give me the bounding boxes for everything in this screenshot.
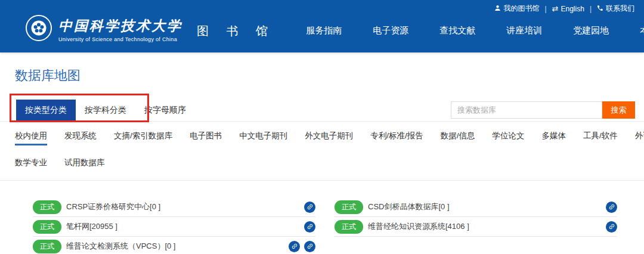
library-title: 图 书 馆: [197, 23, 275, 39]
tab-by-alphabet[interactable]: 按字母顺序: [135, 100, 195, 121]
category-multimedia[interactable]: 多媒体: [542, 122, 566, 148]
contact-label: 联系我们: [606, 4, 634, 14]
main-nav: 服务指南 电子资源 查找文献 讲座培训 党建园地 本馆概况: [275, 20, 644, 41]
database-link-crsp[interactable]: CRSP证券价格研究中心[0 ]: [66, 202, 160, 212]
database-link-bigan[interactable]: 笔杆网[20955 ]: [66, 221, 117, 232]
search-input[interactable]: [451, 101, 602, 119]
database-link-csd[interactable]: CSD剑桥晶体数据库[0 ]: [368, 202, 450, 212]
category-language-exam[interactable]: 外语/考试/教辅: [635, 122, 644, 148]
language-label: English: [561, 5, 584, 13]
language-switch-link[interactable]: ⇄ English: [552, 5, 584, 13]
phone-icon: [597, 5, 603, 13]
category-chinese-ejournals[interactable]: 中文电子期刊: [239, 122, 287, 148]
category-patent-standard-report[interactable]: 专利/标准/报告: [370, 122, 423, 148]
category-data-info[interactable]: 数据/信息: [441, 122, 475, 148]
university-en-name: University of Science and Technology of …: [58, 36, 182, 42]
link-icons: [606, 221, 617, 233]
link-icon[interactable]: [289, 241, 300, 252]
nav-item-find-literature[interactable]: 查找文献: [439, 20, 475, 41]
tab-by-subject[interactable]: 按学科分类: [76, 100, 135, 121]
category-tools-software[interactable]: 工具/软件: [583, 122, 618, 148]
category-math-major[interactable]: 数学专业: [15, 148, 47, 175]
nav-item-lectures[interactable]: 讲座培训: [506, 20, 542, 41]
status-badge: 正式: [33, 220, 61, 234]
database-row-bigan: 正式 笔杆网[20955 ]: [33, 217, 315, 237]
classification-tabs: 按类型分类 按学科分类 按字母顺序: [16, 100, 195, 121]
category-foreign-ejournals[interactable]: 外文电子期刊: [305, 122, 353, 148]
status-badge: 正式: [335, 200, 363, 214]
category-ebooks[interactable]: 电子图书: [190, 122, 222, 148]
database-list: 正式 CRSP证券价格研究中心[0 ] 正式 CSD剑桥晶体数据库[0 ] 正式…: [0, 181, 644, 254]
link-icon[interactable]: [304, 241, 315, 252]
database-row-vpcs: 正式 维普论文检测系统（VPCS）[0 ]: [33, 237, 315, 254]
category-row-2: 数学专业 试用数据库: [15, 148, 629, 175]
link-icons: [304, 202, 315, 213]
separator: |: [590, 5, 592, 13]
header-top-links: 我的图书馆 | ⇄ English | 联系我们: [494, 4, 634, 14]
database-link-vip-jinglun[interactable]: 维普经纶知识资源系统[4106 ]: [368, 221, 469, 232]
link-icons: [606, 202, 617, 213]
link-icon[interactable]: [304, 202, 315, 213]
category-tabs: 校内使用 发现系统 文摘/索引数据库 电子图书 中文电子期刊 外文电子期刊 专利…: [0, 122, 644, 181]
my-library-label: 我的图书馆: [503, 4, 539, 14]
university-emblem-logo: [25, 14, 52, 44]
link-icon[interactable]: [606, 221, 617, 233]
category-row-1: 校内使用 发现系统 文摘/索引数据库 电子图书 中文电子期刊 外文电子期刊 专利…: [15, 122, 629, 148]
link-icons: [304, 221, 315, 233]
database-row-crsp: 正式 CRSP证券价格研究中心[0 ]: [33, 197, 315, 217]
link-icon[interactable]: [304, 221, 315, 233]
database-row-vip-jinglun: 正式 维普经纶知识资源系统[4106 ]: [335, 217, 617, 237]
contact-link[interactable]: 联系我们: [597, 4, 634, 14]
category-theses[interactable]: 学位论文: [493, 122, 525, 148]
user-icon: [494, 5, 501, 13]
tab-by-type[interactable]: 按类型分类: [16, 100, 76, 121]
nav-item-e-resources[interactable]: 电子资源: [373, 20, 408, 41]
nav-item-about[interactable]: 本馆概况: [640, 20, 644, 41]
nav-item-service-guide[interactable]: 服务指南: [306, 20, 342, 41]
database-link-vpcs[interactable]: 维普论文检测系统（VPCS）[0 ]: [66, 241, 175, 252]
toolbar: 按类型分类 按学科分类 按字母顺序 搜索: [0, 99, 644, 122]
category-discovery-system[interactable]: 发现系统: [64, 122, 97, 148]
link-icons: [289, 241, 315, 252]
university-name: 中国科学技术大学 University of Science and Techn…: [58, 17, 182, 42]
page-title: 数据库地图: [15, 67, 644, 85]
nav-item-party-building[interactable]: 党建园地: [573, 20, 609, 41]
database-search: 搜索: [451, 101, 635, 119]
separator: |: [544, 5, 546, 13]
status-badge: 正式: [335, 220, 363, 234]
status-badge: 正式: [33, 200, 61, 214]
university-cn-name: 中国科学技术大学: [58, 17, 182, 35]
category-campus-use[interactable]: 校内使用: [15, 122, 47, 148]
site-header: 我的图书馆 | ⇄ English | 联系我们: [0, 0, 644, 52]
category-trial-databases[interactable]: 试用数据库: [64, 148, 105, 175]
search-button[interactable]: 搜索: [602, 101, 635, 119]
database-row-csd: 正式 CSD剑桥晶体数据库[0 ]: [335, 197, 617, 217]
status-badge: 正式: [33, 240, 61, 253]
link-icon[interactable]: [606, 202, 617, 213]
category-abstract-index[interactable]: 文摘/索引数据库: [114, 122, 172, 148]
exchange-arrows-icon: ⇄: [552, 5, 559, 13]
my-library-link[interactable]: 我的图书馆: [494, 4, 539, 14]
